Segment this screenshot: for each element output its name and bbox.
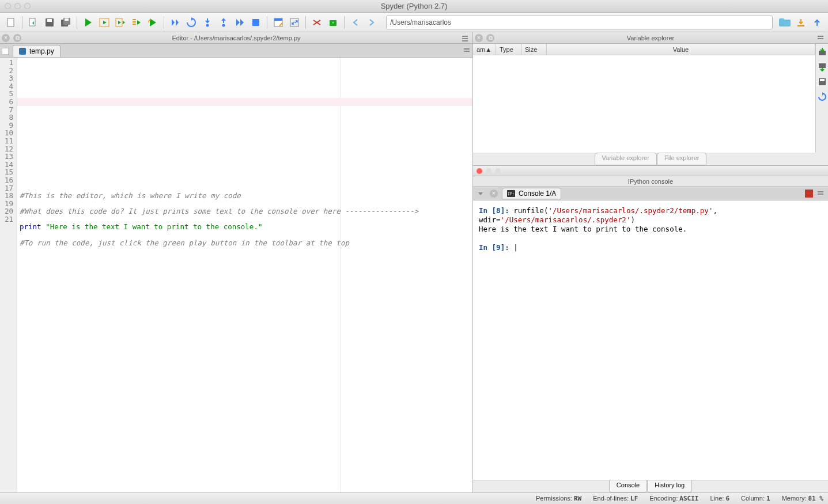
varex-columns: am ▲ Type Size Value xyxy=(473,44,815,55)
run-cell-advance-button[interactable] xyxy=(113,15,128,30)
close-icon[interactable] xyxy=(477,168,482,174)
code-editor[interactable]: 123456789101112131415161718192021 #This … xyxy=(0,58,472,492)
svg-rect-35 xyxy=(818,191,823,192)
save-button[interactable] xyxy=(42,15,57,30)
run-selection-button[interactable] xyxy=(129,15,144,30)
pane-options-icon[interactable] xyxy=(813,31,828,46)
editor-tabbar: temp.py xyxy=(0,44,472,58)
open-file-button[interactable] xyxy=(26,15,41,30)
varex-header: × ⧉ Variable explorer xyxy=(473,32,828,44)
console-options-icon[interactable] xyxy=(815,186,826,201)
svg-rect-13 xyxy=(274,18,282,21)
close-window-icon[interactable] xyxy=(5,3,11,9)
status-memory: Memory: 81 % xyxy=(782,495,823,502)
back-button[interactable] xyxy=(348,15,363,30)
col-name[interactable]: am ▲ xyxy=(473,44,496,55)
debug-continue-button[interactable] xyxy=(232,15,247,30)
right-column: × ⧉ Variable explorer am ▲ Type Size Val… xyxy=(473,32,828,492)
file-switcher-icon[interactable] xyxy=(0,44,10,59)
editor-tab-options-icon[interactable] xyxy=(461,44,472,57)
console-output[interactable]: In [8]: runfile('/Users/marisacarlos/.sp… xyxy=(473,200,828,480)
status-permissions: Permissions: RW xyxy=(536,495,581,502)
tab-history-log[interactable]: History log xyxy=(647,480,692,492)
svg-rect-20 xyxy=(462,36,468,37)
code-area[interactable]: #This is the editor, which is where I wr… xyxy=(17,58,472,492)
browse-dir-button[interactable] xyxy=(777,15,792,30)
svg-rect-32 xyxy=(820,79,825,81)
run-button[interactable] xyxy=(81,15,96,30)
forward-button[interactable] xyxy=(364,15,379,30)
svg-rect-21 xyxy=(462,38,468,39)
run-last-button[interactable] xyxy=(145,15,160,30)
save-data-icon[interactable] xyxy=(818,62,827,71)
svg-rect-30 xyxy=(819,63,826,68)
main-toolbar: + /Users/marisacarlos xyxy=(0,13,828,32)
tab-file-explorer[interactable]: File explorer xyxy=(657,153,707,165)
console-tab-label: Console 1/A xyxy=(519,190,556,198)
undock-icon[interactable]: ⧉ xyxy=(13,34,21,42)
zoom-window-icon[interactable] xyxy=(24,3,31,9)
status-bar: Permissions: RW End-of-lines: LF Encodin… xyxy=(0,492,828,504)
undock-icon[interactable]: ⧉ xyxy=(486,34,494,42)
tab-variable-explorer[interactable]: Variable explorer xyxy=(595,153,657,165)
tab-console[interactable]: Console xyxy=(609,480,647,492)
import-data-icon[interactable] xyxy=(818,47,827,56)
status-encoding: Encoding: ASCII xyxy=(649,495,698,502)
varex-title: Variable explorer xyxy=(473,35,828,41)
svg-rect-28 xyxy=(818,38,823,39)
col-type[interactable]: Type xyxy=(496,44,521,55)
debug-button[interactable] xyxy=(168,15,183,30)
stop-kernel-icon[interactable] xyxy=(805,190,813,198)
minimize-window-icon[interactable] xyxy=(14,3,21,9)
debug-stepin-button[interactable] xyxy=(200,15,215,30)
svg-rect-3 xyxy=(47,19,52,22)
minimize-icon[interactable] xyxy=(486,168,491,174)
console-menu-icon[interactable] xyxy=(475,186,486,201)
save-data-as-icon[interactable] xyxy=(818,77,827,86)
working-dir-input[interactable]: /Users/marisacarlos xyxy=(386,16,773,29)
set-console-dir-button[interactable] xyxy=(793,15,808,30)
zoom-icon[interactable] xyxy=(495,168,501,174)
varex-body[interactable] xyxy=(473,55,815,153)
status-column: Column: 1 xyxy=(741,495,770,502)
debug-stop-button[interactable] xyxy=(248,15,263,30)
console-tab[interactable]: IP: Console 1/A xyxy=(502,188,561,199)
close-icon[interactable]: × xyxy=(475,34,483,42)
refresh-icon[interactable] xyxy=(818,92,827,101)
svg-rect-24 xyxy=(19,48,26,55)
svg-text:IP:: IP: xyxy=(508,192,515,196)
main-area: × ⧉ Editor - /Users/marisacarlos/.spyder… xyxy=(0,32,828,492)
editor-tab[interactable]: temp.py xyxy=(13,45,61,57)
col-value[interactable]: Value xyxy=(547,44,815,55)
editor-pane: × ⧉ Editor - /Users/marisacarlos/.spyder… xyxy=(0,32,473,492)
close-icon[interactable]: × xyxy=(2,34,10,42)
pythonpath-button[interactable]: + xyxy=(326,15,341,30)
svg-rect-27 xyxy=(818,36,823,37)
maximize-pane-button[interactable] xyxy=(287,15,302,30)
run-cell-button[interactable] xyxy=(97,15,112,30)
editor-pane-title: Editor - /Users/marisacarlos/.spyder2/te… xyxy=(0,35,472,41)
ipython-pane: IPython console × IP: Console 1/A In [8]… xyxy=(473,166,828,492)
debug-step-button[interactable] xyxy=(184,15,199,30)
layout-button[interactable] xyxy=(271,15,286,30)
svg-rect-23 xyxy=(2,48,9,55)
close-console-icon[interactable]: × xyxy=(490,190,498,198)
python-file-icon xyxy=(19,48,26,55)
status-line: Line: 6 xyxy=(710,495,729,502)
status-eol: End-of-lines: LF xyxy=(593,495,638,502)
pane-options-icon[interactable] xyxy=(458,31,472,46)
preferences-button[interactable] xyxy=(309,15,324,30)
ipython-tabbar: × IP: Console 1/A xyxy=(473,187,828,200)
svg-rect-0 xyxy=(7,18,14,26)
ipython-logo-icon: IP: xyxy=(507,190,515,197)
save-all-button[interactable] xyxy=(58,15,73,30)
svg-rect-11 xyxy=(252,19,259,26)
new-file-button[interactable] xyxy=(3,15,18,30)
col-size[interactable]: Size xyxy=(521,44,547,55)
parent-dir-button[interactable] xyxy=(810,15,825,30)
line-gutter: 123456789101112131415161718192021 xyxy=(0,58,17,492)
svg-point-9 xyxy=(206,24,209,26)
traffic-lights xyxy=(5,3,31,9)
debug-stepout-button[interactable] xyxy=(216,15,231,30)
svg-rect-25 xyxy=(464,48,470,50)
